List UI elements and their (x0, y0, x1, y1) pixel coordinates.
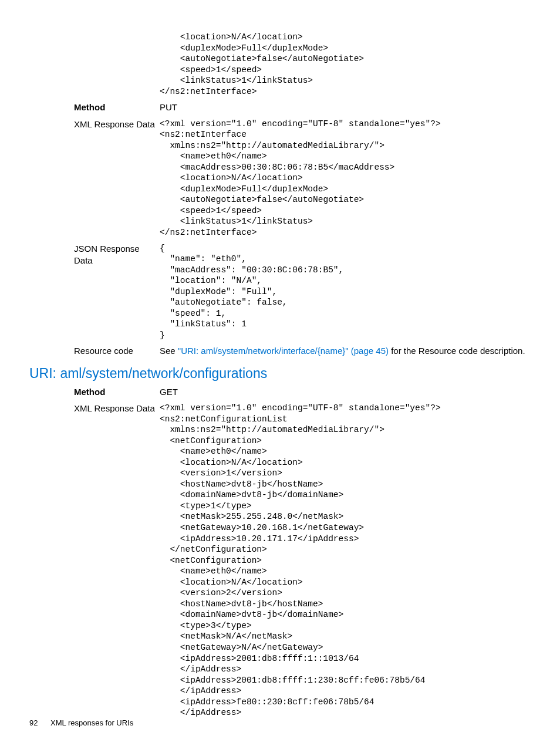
method-label-2: Method (29, 386, 160, 398)
xml-response-label-2: XML Response Data (29, 403, 160, 414)
resource-code-label: Resource code (29, 345, 160, 357)
resource-code-text: See "URI: aml/system/network/interface/{… (160, 345, 531, 357)
footer-title: XML responses for URIs (50, 718, 133, 727)
section-heading-configurations: URI: aml/system/network/configurations (29, 366, 531, 382)
json-response-label: JSON Response Data (29, 243, 160, 267)
method-value-1: PUT (160, 102, 531, 113)
continuation-xml-code: <location>N/A</location> <duplexMode>Ful… (160, 32, 531, 97)
xml-response-label-1: XML Response Data (29, 119, 160, 130)
resource-link[interactable]: "URI: aml/system/network/interface/{name… (178, 346, 389, 356)
method-value-2: GET (160, 386, 531, 398)
xml-response-code-2: <?xml version="1.0" encoding="UTF-8" sta… (160, 403, 531, 718)
page-footer: 92 XML responses for URIs (29, 718, 133, 727)
resource-prefix: See (160, 346, 178, 356)
resource-suffix: for the Resource code description. (389, 346, 525, 356)
json-response-code: { "name": "eth0", "macAddress": "00:30:8… (160, 243, 531, 341)
page-number: 92 (29, 718, 38, 727)
xml-response-code-1: <?xml version="1.0" encoding="UTF-8" sta… (160, 119, 531, 238)
method-label-1: Method (29, 102, 160, 113)
